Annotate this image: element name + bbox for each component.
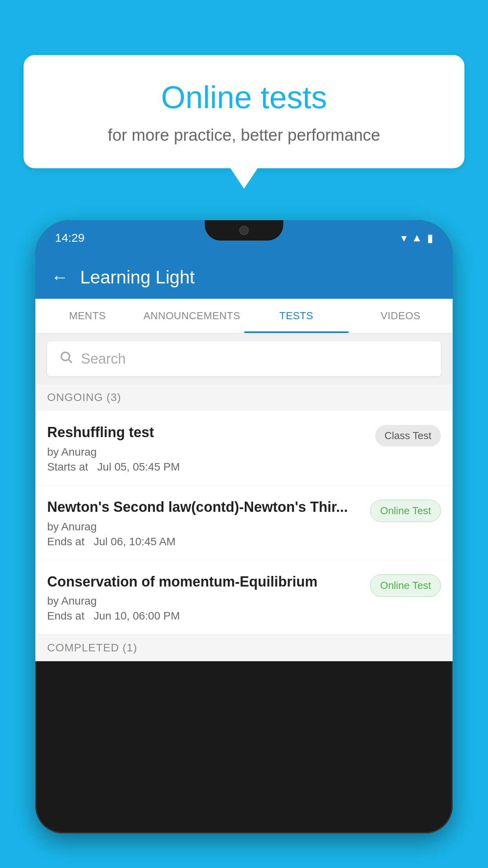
notch (205, 220, 283, 241)
test-name-2: Newton's Second law(contd)-Newton's Thir… (47, 498, 362, 517)
test-item-2[interactable]: Newton's Second law(contd)-Newton's Thir… (35, 485, 453, 560)
search-container: Search (35, 333, 453, 384)
tab-announcements[interactable]: ANNOUNCEMENTS (139, 299, 244, 333)
test-name-1: Reshuffling test (47, 423, 367, 442)
status-icons: ▾ ▲ ▮ (401, 232, 433, 245)
camera (239, 226, 249, 235)
test-item-1[interactable]: Reshuffling test by Anurag Starts at Jul… (35, 411, 453, 485)
speech-bubble-container: Online tests for more practice, better p… (24, 55, 464, 168)
test-badge-3: Online Test (370, 574, 441, 597)
test-author-1: by Anurag (47, 446, 367, 458)
wifi-icon: ▾ (401, 232, 407, 245)
test-time-3: Ends at Jun 10, 06:00 PM (47, 610, 362, 622)
phone-container: 14:29 ▾ ▲ ▮ ← Learning Light MENTS (35, 220, 453, 868)
status-bar: 14:29 ▾ ▲ ▮ (35, 220, 453, 256)
test-info-3: Conservation of momentum-Equilibrium by … (47, 573, 370, 623)
test-badge-1: Class Test (375, 425, 441, 447)
phone-frame: 14:29 ▾ ▲ ▮ ← Learning Light MENTS (35, 220, 453, 833)
speech-bubble: Online tests for more practice, better p… (24, 55, 464, 168)
svg-line-1 (69, 360, 72, 363)
test-author-2: by Anurag (47, 520, 362, 533)
test-item-3[interactable]: Conservation of momentum-Equilibrium by … (35, 560, 453, 635)
tab-ments[interactable]: MENTS (35, 299, 139, 333)
phone-inner: 14:29 ▾ ▲ ▮ ← Learning Light MENTS (35, 220, 453, 833)
test-author-3: by Anurag (47, 595, 362, 607)
tabs-bar: MENTS ANNOUNCEMENTS TESTS VIDEOS (35, 299, 453, 333)
test-time-2: Ends at Jul 06, 10:45 AM (47, 535, 362, 548)
tab-tests[interactable]: TESTS (244, 299, 349, 333)
speech-bubble-subtitle: for more practice, better performance (51, 126, 437, 145)
speech-bubble-title: Online tests (51, 79, 437, 116)
test-time-1: Starts at Jul 05, 05:45 PM (47, 461, 367, 473)
svg-point-0 (61, 352, 70, 360)
app-header: ← Learning Light (35, 256, 453, 299)
search-icon (59, 350, 73, 368)
test-info-2: Newton's Second law(contd)-Newton's Thir… (47, 498, 370, 548)
test-info-1: Reshuffling test by Anurag Starts at Jul… (47, 423, 375, 473)
search-placeholder: Search (81, 351, 126, 367)
tab-videos[interactable]: VIDEOS (349, 299, 453, 333)
status-time: 14:29 (55, 231, 84, 245)
test-list: Reshuffling test by Anurag Starts at Jul… (35, 411, 453, 634)
test-badge-2: Online Test (370, 500, 441, 522)
test-name-3: Conservation of momentum-Equilibrium (47, 573, 362, 591)
completed-section-title: COMPLETED (1) (47, 642, 137, 654)
completed-section-header: COMPLETED (1) (35, 634, 453, 661)
battery-icon: ▮ (427, 232, 433, 245)
search-bar[interactable]: Search (47, 341, 441, 376)
ongoing-section-header: ONGOING (3) (35, 384, 453, 411)
ongoing-section-title: ONGOING (3) (47, 391, 121, 403)
app-header-title: Learning Light (80, 267, 195, 288)
signal-icon: ▲ (411, 232, 422, 244)
back-button[interactable]: ← (51, 268, 68, 286)
